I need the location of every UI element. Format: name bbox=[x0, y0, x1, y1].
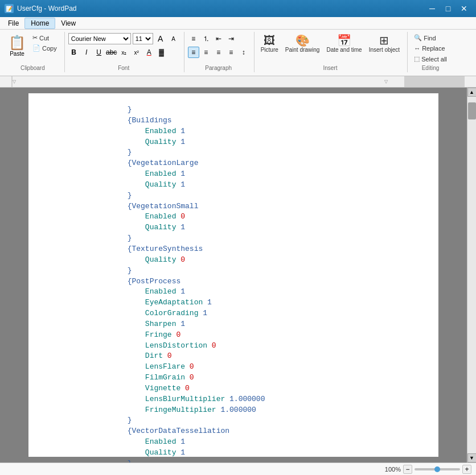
select-all-button[interactable]: ⬚ Select all bbox=[411, 54, 450, 64]
picture-icon: 🖼 bbox=[264, 35, 275, 46]
copy-icon: 📄 bbox=[32, 44, 40, 52]
vertical-scrollbar: ▲ ▼ bbox=[467, 88, 476, 462]
paragraph-group: ≡ ⒈ ⇤ ⇥ ≡ ≡ ≡ ≡ ↕ Paragraph bbox=[186, 32, 255, 72]
picture-button[interactable]: 🖼 Picture bbox=[258, 33, 281, 55]
date-time-button[interactable]: 📅 Date and time bbox=[323, 33, 364, 55]
numbering-button[interactable]: ⒈ bbox=[200, 33, 212, 44]
replace-label: Replace bbox=[422, 45, 445, 52]
subscript-button[interactable]: x₂ bbox=[118, 47, 130, 58]
replace-icon: ↔ bbox=[414, 45, 420, 52]
italic-button[interactable]: I bbox=[81, 47, 92, 58]
zoom-slider-thumb[interactable] bbox=[434, 466, 440, 472]
app-icon: 📝 bbox=[5, 4, 14, 13]
font-select[interactable]: Courier New bbox=[68, 33, 131, 44]
text-area-container[interactable]: } {Buildings Enabled 1 Quality 1 } {Vege… bbox=[0, 88, 467, 462]
select-all-label: Select all bbox=[421, 56, 447, 63]
font-row-1: Courier New 11 A A bbox=[68, 33, 179, 44]
select-all-icon: ⬚ bbox=[414, 55, 420, 63]
zoom-percent: 100% bbox=[385, 466, 401, 473]
paint-icon: 🎨 bbox=[296, 35, 310, 46]
shrink-font-button[interactable]: A bbox=[168, 33, 179, 44]
paragraph-row-1: ≡ ⒈ ⇤ ⇥ bbox=[188, 33, 237, 44]
scroll-up-button[interactable]: ▲ bbox=[467, 88, 477, 97]
font-color-button[interactable]: A bbox=[143, 47, 155, 58]
cut-label: Cut bbox=[39, 35, 49, 42]
decrease-indent-button[interactable]: ⇤ bbox=[213, 33, 224, 44]
font-label: Font bbox=[118, 65, 129, 71]
insert-object-icon: ⊞ bbox=[379, 35, 389, 46]
small-clipboard-buttons: ✂ Cut 📄 Copy bbox=[30, 33, 60, 59]
close-button[interactable]: ✕ bbox=[457, 3, 471, 14]
paint-label: Paint drawing bbox=[285, 47, 320, 53]
menu-bar: File Home View bbox=[0, 17, 476, 30]
copy-button[interactable]: 📄 Copy bbox=[30, 43, 60, 53]
editing-group: 🔍 Find ↔ Replace ⬚ Select all Editing bbox=[409, 32, 454, 72]
insert-object-label: Insert object bbox=[369, 47, 400, 53]
zoom-out-button[interactable]: − bbox=[403, 465, 412, 474]
paste-label: Paste bbox=[10, 51, 24, 57]
text-page: } {Buildings Enabled 1 Quality 1 } {Vege… bbox=[28, 93, 438, 457]
align-right-button[interactable]: ≡ bbox=[213, 47, 224, 58]
cut-button[interactable]: ✂ Cut bbox=[30, 33, 60, 43]
increase-indent-button[interactable]: ⇥ bbox=[225, 33, 237, 44]
insert-label: Insert bbox=[323, 65, 337, 71]
date-time-label: Date and time bbox=[326, 47, 362, 53]
ruler-marker-start: ▽ bbox=[13, 79, 16, 84]
paste-button[interactable]: 📋 Paste bbox=[6, 33, 28, 59]
status-bar: 100% − + bbox=[0, 462, 476, 475]
paint-button[interactable]: 🎨 Paint drawing bbox=[282, 33, 323, 55]
justify-button[interactable]: ≡ bbox=[225, 47, 237, 58]
clipboard-group: 📋 Paste ✂ Cut 📄 Copy Cl bbox=[3, 32, 65, 72]
find-icon: 🔍 bbox=[414, 34, 422, 42]
scroll-track[interactable] bbox=[467, 97, 476, 453]
bullets-button[interactable]: ≡ bbox=[188, 33, 199, 44]
paragraph-content: ≡ ⒈ ⇤ ⇥ ≡ ≡ ≡ ≡ ↕ bbox=[188, 33, 249, 64]
clipboard-content: 📋 Paste ✂ Cut 📄 Copy bbox=[6, 33, 60, 64]
paste-icon: 📋 bbox=[9, 35, 26, 51]
grow-font-button[interactable]: A bbox=[155, 33, 166, 44]
minimize-button[interactable]: ─ bbox=[425, 3, 440, 14]
app-window: 📝 UserCfg - WordPad ─ □ ✕ File Home View… bbox=[0, 0, 476, 475]
text-content[interactable]: } {Buildings Enabled 1 Quality 1 } {Vege… bbox=[74, 105, 393, 462]
menu-view[interactable]: View bbox=[55, 18, 81, 28]
font-size-select[interactable]: 11 bbox=[133, 33, 153, 44]
menu-home[interactable]: Home bbox=[24, 18, 55, 29]
clipboard-label: Clipboard bbox=[20, 65, 45, 71]
insert-content: 🖼 Picture 🎨 Paint drawing 📅 Date and tim… bbox=[258, 33, 403, 64]
bold-button[interactable]: B bbox=[68, 47, 80, 58]
find-button[interactable]: 🔍 Find bbox=[411, 33, 450, 43]
strikethrough-button[interactable]: abc bbox=[106, 47, 117, 58]
title-bar-buttons: ─ □ ✕ bbox=[425, 3, 471, 14]
insert-group: 🖼 Picture 🎨 Paint drawing 📅 Date and tim… bbox=[256, 32, 408, 72]
ruler-marker-end: ▽ bbox=[384, 79, 388, 84]
title-bar: 📝 UserCfg - WordPad ─ □ ✕ bbox=[0, 0, 476, 17]
scroll-down-button[interactable]: ▼ bbox=[467, 453, 477, 462]
menu-file[interactable]: File bbox=[2, 18, 24, 28]
find-label: Find bbox=[424, 35, 436, 42]
align-center-button[interactable]: ≡ bbox=[200, 47, 212, 58]
line-spacing-button[interactable]: ↕ bbox=[238, 47, 249, 58]
highlight-button[interactable]: ▓ bbox=[156, 47, 167, 58]
insert-object-button[interactable]: ⊞ Insert object bbox=[366, 33, 403, 55]
zoom-slider[interactable] bbox=[415, 468, 460, 470]
copy-label: Copy bbox=[42, 45, 57, 52]
paragraph-row-2: ≡ ≡ ≡ ≡ ↕ bbox=[188, 47, 249, 58]
paragraph-label: Paragraph bbox=[205, 65, 232, 71]
font-row-2: B I U abc x₂ x² A ▓ bbox=[68, 47, 167, 58]
scroll-thumb[interactable] bbox=[468, 102, 476, 119]
replace-button[interactable]: ↔ Replace bbox=[411, 44, 450, 53]
date-icon: 📅 bbox=[337, 35, 351, 46]
font-content: Courier New 11 A A B I U abc x₂ x² A bbox=[68, 33, 179, 64]
superscript-button[interactable]: x² bbox=[131, 47, 142, 58]
zoom-controls: 100% − + bbox=[385, 465, 471, 474]
clipboard-main: 📋 Paste ✂ Cut 📄 Copy bbox=[6, 33, 60, 59]
ribbon: 📋 Paste ✂ Cut 📄 Copy Cl bbox=[0, 30, 476, 76]
ruler-content: ▽ ▽ bbox=[11, 76, 465, 87]
editing-content: 🔍 Find ↔ Replace ⬚ Select all bbox=[411, 33, 450, 64]
underline-button[interactable]: U bbox=[93, 47, 105, 58]
align-left-button[interactable]: ≡ bbox=[188, 47, 199, 58]
document-text: } {Buildings Enabled 1 Quality 1 } {Vege… bbox=[74, 105, 393, 462]
title-bar-title: UserCfg - WordPad bbox=[17, 5, 421, 13]
maximize-button[interactable]: □ bbox=[441, 3, 456, 14]
zoom-in-button[interactable]: + bbox=[462, 465, 471, 474]
